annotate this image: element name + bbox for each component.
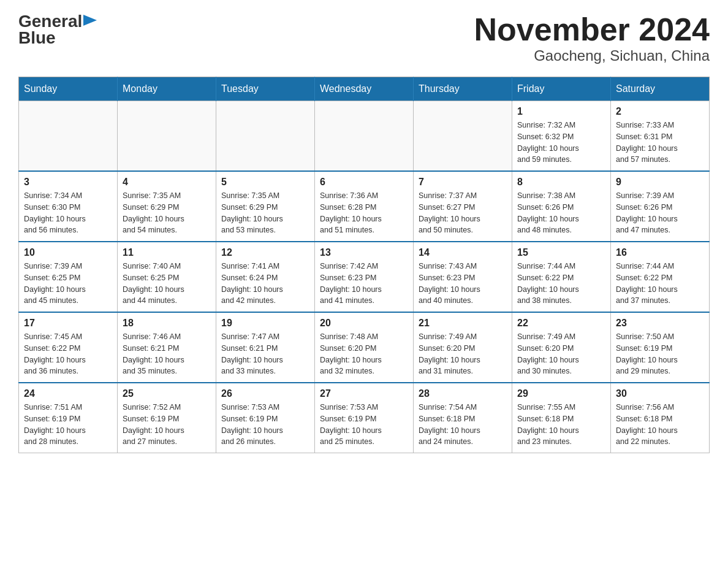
day-number: 3 xyxy=(24,177,112,188)
calendar-header-monday: Monday xyxy=(118,77,216,101)
calendar-cell: 12Sunrise: 7:41 AMSunset: 6:24 PMDayligh… xyxy=(216,242,315,312)
calendar-cell: 21Sunrise: 7:49 AMSunset: 6:20 PMDayligh… xyxy=(414,312,512,383)
day-number: 6 xyxy=(320,177,408,188)
day-info: Sunrise: 7:53 AMSunset: 6:19 PMDaylight:… xyxy=(320,402,408,448)
day-info: Sunrise: 7:54 AMSunset: 6:18 PMDaylight:… xyxy=(419,402,507,448)
calendar-cell: 13Sunrise: 7:42 AMSunset: 6:23 PMDayligh… xyxy=(315,242,414,312)
calendar-cell: 28Sunrise: 7:54 AMSunset: 6:18 PMDayligh… xyxy=(414,383,512,453)
day-number: 10 xyxy=(24,247,112,258)
day-info: Sunrise: 7:40 AMSunset: 6:25 PMDaylight:… xyxy=(123,261,211,307)
calendar-header-thursday: Thursday xyxy=(414,77,512,101)
day-info: Sunrise: 7:41 AMSunset: 6:24 PMDaylight:… xyxy=(221,261,309,307)
day-number: 19 xyxy=(221,318,309,329)
day-number: 2 xyxy=(616,106,704,117)
day-number: 29 xyxy=(517,388,605,399)
day-info: Sunrise: 7:39 AMSunset: 6:25 PMDaylight:… xyxy=(24,261,112,307)
calendar-cell: 29Sunrise: 7:55 AMSunset: 6:18 PMDayligh… xyxy=(512,383,611,453)
day-info: Sunrise: 7:33 AMSunset: 6:31 PMDaylight:… xyxy=(616,120,704,166)
day-number: 4 xyxy=(123,177,211,188)
day-info: Sunrise: 7:44 AMSunset: 6:22 PMDaylight:… xyxy=(517,261,605,307)
calendar-header-saturday: Saturday xyxy=(611,77,710,101)
page-subtitle: Gaocheng, Sichuan, China xyxy=(474,47,710,64)
day-info: Sunrise: 7:56 AMSunset: 6:18 PMDaylight:… xyxy=(616,402,704,448)
day-number: 20 xyxy=(320,318,408,329)
calendar-header-row: SundayMondayTuesdayWednesdayThursdayFrid… xyxy=(19,77,710,101)
calendar-cell xyxy=(216,101,315,172)
calendar-week-row: 24Sunrise: 7:51 AMSunset: 6:19 PMDayligh… xyxy=(19,383,710,453)
calendar-cell: 14Sunrise: 7:43 AMSunset: 6:23 PMDayligh… xyxy=(414,242,512,312)
day-info: Sunrise: 7:35 AMSunset: 6:29 PMDaylight:… xyxy=(221,190,309,236)
calendar-week-row: 10Sunrise: 7:39 AMSunset: 6:25 PMDayligh… xyxy=(19,242,710,312)
day-info: Sunrise: 7:50 AMSunset: 6:19 PMDaylight:… xyxy=(616,331,704,377)
calendar-week-row: 17Sunrise: 7:45 AMSunset: 6:22 PMDayligh… xyxy=(19,312,710,383)
calendar-header-wednesday: Wednesday xyxy=(315,77,414,101)
calendar-cell: 6Sunrise: 7:36 AMSunset: 6:28 PMDaylight… xyxy=(315,171,414,242)
calendar-cell xyxy=(118,101,216,172)
day-number: 22 xyxy=(517,318,605,329)
day-info: Sunrise: 7:55 AMSunset: 6:18 PMDaylight:… xyxy=(517,402,605,448)
calendar-cell: 19Sunrise: 7:47 AMSunset: 6:21 PMDayligh… xyxy=(216,312,315,383)
day-info: Sunrise: 7:39 AMSunset: 6:26 PMDaylight:… xyxy=(616,190,704,236)
day-info: Sunrise: 7:32 AMSunset: 6:32 PMDaylight:… xyxy=(517,120,605,166)
day-number: 5 xyxy=(221,177,309,188)
calendar-header-friday: Friday xyxy=(512,77,611,101)
day-number: 13 xyxy=(320,247,408,258)
svg-marker-0 xyxy=(83,15,97,26)
calendar-week-row: 3Sunrise: 7:34 AMSunset: 6:30 PMDaylight… xyxy=(19,171,710,242)
day-info: Sunrise: 7:34 AMSunset: 6:30 PMDaylight:… xyxy=(24,190,112,236)
day-info: Sunrise: 7:48 AMSunset: 6:20 PMDaylight:… xyxy=(320,331,408,377)
day-number: 28 xyxy=(419,388,507,399)
calendar-cell: 2Sunrise: 7:33 AMSunset: 6:31 PMDaylight… xyxy=(611,101,710,172)
calendar-cell: 1Sunrise: 7:32 AMSunset: 6:32 PMDaylight… xyxy=(512,101,611,172)
day-info: Sunrise: 7:53 AMSunset: 6:19 PMDaylight:… xyxy=(221,402,309,448)
calendar-cell: 24Sunrise: 7:51 AMSunset: 6:19 PMDayligh… xyxy=(19,383,118,453)
day-number: 24 xyxy=(24,388,112,399)
calendar-cell: 4Sunrise: 7:35 AMSunset: 6:29 PMDaylight… xyxy=(118,171,216,242)
day-info: Sunrise: 7:51 AMSunset: 6:19 PMDaylight:… xyxy=(24,402,112,448)
day-number: 16 xyxy=(616,247,704,258)
calendar-cell: 15Sunrise: 7:44 AMSunset: 6:22 PMDayligh… xyxy=(512,242,611,312)
calendar-cell: 23Sunrise: 7:50 AMSunset: 6:19 PMDayligh… xyxy=(611,312,710,383)
day-number: 14 xyxy=(419,247,507,258)
calendar-cell: 17Sunrise: 7:45 AMSunset: 6:22 PMDayligh… xyxy=(19,312,118,383)
day-info: Sunrise: 7:49 AMSunset: 6:20 PMDaylight:… xyxy=(419,331,507,377)
day-number: 15 xyxy=(517,247,605,258)
day-info: Sunrise: 7:37 AMSunset: 6:27 PMDaylight:… xyxy=(419,190,507,236)
calendar-cell: 8Sunrise: 7:38 AMSunset: 6:26 PMDaylight… xyxy=(512,171,611,242)
calendar-cell: 25Sunrise: 7:52 AMSunset: 6:19 PMDayligh… xyxy=(118,383,216,453)
day-info: Sunrise: 7:46 AMSunset: 6:21 PMDaylight:… xyxy=(123,331,211,377)
calendar-cell: 5Sunrise: 7:35 AMSunset: 6:29 PMDaylight… xyxy=(216,171,315,242)
calendar-cell: 27Sunrise: 7:53 AMSunset: 6:19 PMDayligh… xyxy=(315,383,414,453)
calendar-cell: 11Sunrise: 7:40 AMSunset: 6:25 PMDayligh… xyxy=(118,242,216,312)
day-number: 9 xyxy=(616,177,704,188)
calendar-cell: 9Sunrise: 7:39 AMSunset: 6:26 PMDaylight… xyxy=(611,171,710,242)
calendar-cell xyxy=(414,101,512,172)
day-info: Sunrise: 7:43 AMSunset: 6:23 PMDaylight:… xyxy=(419,261,507,307)
calendar-table: SundayMondayTuesdayWednesdayThursdayFrid… xyxy=(18,77,710,453)
title-section: November 2024 Gaocheng, Sichuan, China xyxy=(474,12,710,64)
day-number: 17 xyxy=(24,318,112,329)
calendar-cell: 20Sunrise: 7:48 AMSunset: 6:20 PMDayligh… xyxy=(315,312,414,383)
day-number: 1 xyxy=(517,106,605,117)
day-number: 11 xyxy=(123,247,211,258)
calendar-cell: 26Sunrise: 7:53 AMSunset: 6:19 PMDayligh… xyxy=(216,383,315,453)
page-title: November 2024 xyxy=(474,12,710,47)
calendar-header-sunday: Sunday xyxy=(19,77,118,101)
day-number: 27 xyxy=(320,388,408,399)
day-info: Sunrise: 7:52 AMSunset: 6:19 PMDaylight:… xyxy=(123,402,211,448)
logo-blue: Blue xyxy=(18,29,56,48)
day-number: 23 xyxy=(616,318,704,329)
calendar-cell: 10Sunrise: 7:39 AMSunset: 6:25 PMDayligh… xyxy=(19,242,118,312)
logo-arrow-icon xyxy=(83,15,97,26)
day-number: 8 xyxy=(517,177,605,188)
calendar-cell: 16Sunrise: 7:44 AMSunset: 6:22 PMDayligh… xyxy=(611,242,710,312)
calendar-header-tuesday: Tuesday xyxy=(216,77,315,101)
calendar-cell: 7Sunrise: 7:37 AMSunset: 6:27 PMDaylight… xyxy=(414,171,512,242)
day-number: 25 xyxy=(123,388,211,399)
day-number: 30 xyxy=(616,388,704,399)
day-number: 26 xyxy=(221,388,309,399)
calendar-week-row: 1Sunrise: 7:32 AMSunset: 6:32 PMDaylight… xyxy=(19,101,710,172)
calendar-cell: 22Sunrise: 7:49 AMSunset: 6:20 PMDayligh… xyxy=(512,312,611,383)
calendar-cell xyxy=(315,101,414,172)
day-info: Sunrise: 7:35 AMSunset: 6:29 PMDaylight:… xyxy=(123,190,211,236)
